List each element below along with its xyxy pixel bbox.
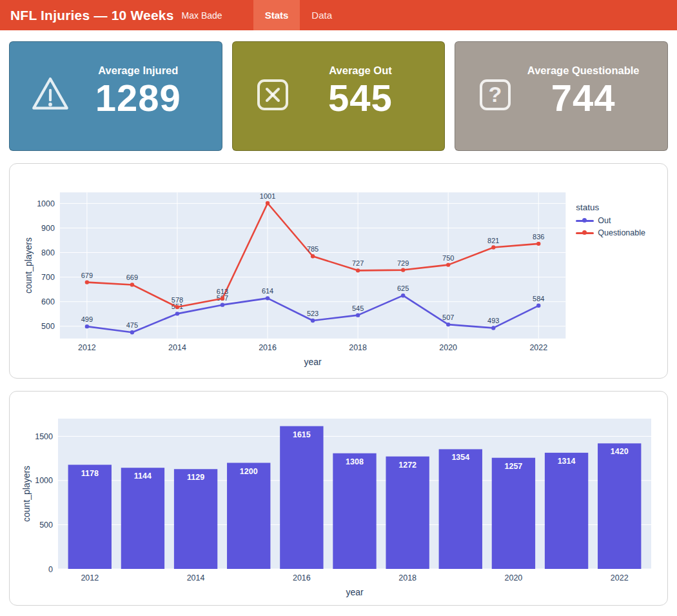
x-tick-label: 2020 [505, 573, 523, 582]
question-square-icon: ? [475, 74, 516, 118]
kpi-value: 545 [328, 77, 393, 120]
data-label-questionable: 836 [533, 233, 544, 241]
app-header: NFL Injuries — 10 Weeks Max Bade Stats D… [0, 0, 677, 30]
data-point-questionable [491, 245, 495, 249]
x-square-icon [252, 74, 293, 118]
bar-chart-card: 050010001500201220142016201820202022year… [9, 391, 668, 606]
data-label-out: 545 [352, 304, 364, 312]
x-tick-label: 2012 [81, 573, 99, 582]
kpi-title: Average Questionable [527, 65, 640, 77]
bar-2020[interactable] [492, 458, 535, 569]
data-point-questionable [221, 297, 224, 301]
data-point-out [266, 296, 270, 300]
data-point-out [311, 319, 315, 323]
kpi-card-average-injured: Average Injured 1289 [9, 41, 222, 151]
y-tick-label: 900 [41, 224, 55, 233]
bar-2018[interactable] [386, 457, 429, 569]
bar-2017[interactable] [333, 453, 376, 569]
data-point-out [446, 323, 450, 326]
data-point-questionable [536, 242, 540, 246]
bar-label: 1354 [451, 453, 469, 462]
data-label-out: 493 [487, 317, 499, 324]
data-point-questionable [311, 254, 315, 258]
bar-chart[interactable]: 050010001500201220142016201820202022year… [17, 404, 660, 598]
legend-swatch [576, 230, 594, 236]
legend-item-out[interactable]: Out [576, 216, 660, 225]
x-tick-label: 2020 [439, 343, 457, 352]
data-point-out [356, 313, 360, 317]
x-tick-label: 2012 [78, 343, 96, 352]
x-tick-label: 2022 [529, 343, 547, 352]
bar-label: 1178 [81, 469, 99, 478]
y-tick-label: 1500 [35, 432, 53, 441]
data-label-questionable: 785 [307, 245, 319, 253]
legend-label: Questionable [598, 228, 645, 237]
kpi-card-average-out: Average Out 545 [232, 41, 446, 151]
data-label-questionable: 821 [487, 237, 499, 244]
x-tick-label: 2022 [611, 573, 629, 582]
bar-2022[interactable] [598, 443, 641, 569]
data-point-questionable [266, 201, 270, 205]
data-point-questionable [446, 263, 450, 266]
tab-stats[interactable]: Stats [253, 0, 300, 30]
legend-title: status [576, 203, 660, 212]
data-label-questionable: 613 [217, 288, 228, 295]
bar-label: 1129 [187, 473, 204, 482]
x-tick-label: 2018 [349, 343, 367, 352]
data-label-out: 475 [126, 321, 138, 329]
x-tick-label: 2014 [168, 343, 186, 352]
data-point-out [85, 324, 89, 328]
data-label-out: 614 [262, 287, 273, 295]
data-label-out: 625 [397, 284, 409, 292]
y-tick-label: 0 [48, 565, 53, 574]
data-label-questionable: 1001 [260, 192, 275, 200]
bar-2016[interactable] [280, 426, 323, 569]
bar-2012[interactable] [68, 465, 112, 569]
data-label-questionable: 729 [397, 259, 409, 267]
data-label-questionable: 669 [126, 273, 138, 281]
data-point-questionable [130, 283, 134, 286]
kpi-title: Average Injured [98, 65, 178, 77]
bar-label: 1257 [505, 462, 523, 471]
line-chart[interactable]: 5006007008009001000201220142016201820202… [19, 182, 576, 375]
data-point-out [401, 293, 405, 297]
bar-2019[interactable] [439, 449, 482, 569]
data-label-questionable: 750 [442, 254, 454, 262]
x-tick-label: 2016 [259, 343, 277, 352]
chart-legend: status OutQuestionable [576, 182, 660, 374]
legend-label: Out [598, 216, 611, 225]
data-label-questionable: 578 [172, 296, 183, 304]
bar-2014[interactable] [174, 469, 217, 569]
bar-label: 1314 [558, 457, 576, 466]
bar-label: 1420 [611, 447, 629, 456]
data-label-out: 523 [307, 310, 319, 317]
kpi-value: 1289 [95, 77, 181, 120]
legend-item-questionable[interactable]: Questionable [576, 228, 660, 237]
y-tick-label: 800 [41, 248, 55, 257]
data-label-out: 499 [81, 315, 93, 323]
tab-bar: Stats Data [253, 0, 344, 30]
y-tick-label: 1000 [35, 476, 53, 485]
tab-data[interactable]: Data [300, 0, 344, 30]
kpi-card-average-questionable: ? Average Questionable 744 [455, 41, 668, 151]
bar-2021[interactable] [545, 453, 588, 569]
data-point-questionable [401, 268, 405, 272]
warning-triangle-icon [29, 74, 72, 119]
data-label-questionable: 727 [352, 259, 364, 267]
bar-2013[interactable] [121, 468, 164, 569]
data-label-questionable: 679 [81, 272, 93, 279]
data-point-out [130, 330, 134, 334]
x-axis-title: year [304, 357, 322, 367]
bar-label: 1200 [240, 467, 258, 476]
bar-2015[interactable] [227, 463, 270, 569]
x-tick-label: 2018 [398, 573, 417, 582]
kpi-value: 744 [551, 77, 616, 120]
data-point-questionable [356, 268, 360, 272]
data-point-out [221, 303, 224, 306]
bar-label: 1144 [134, 472, 152, 481]
bar-label: 1272 [398, 461, 417, 470]
y-tick-label: 500 [41, 322, 55, 331]
y-axis-title: count_players [23, 237, 34, 293]
data-point-questionable [175, 305, 179, 309]
legend-swatch [576, 217, 594, 224]
